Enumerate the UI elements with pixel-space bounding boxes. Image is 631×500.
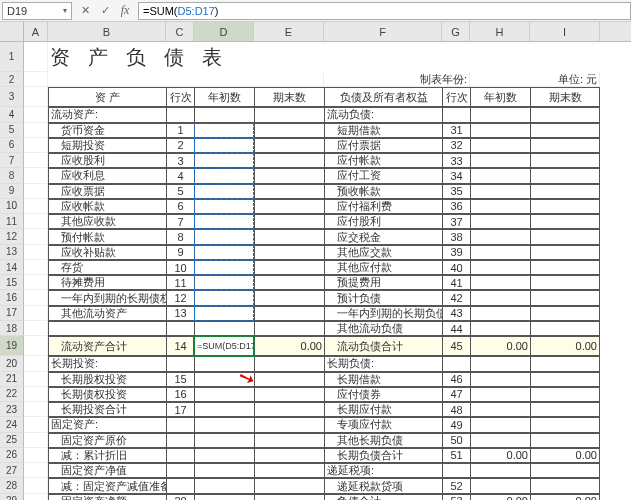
column-header-E[interactable]: E	[254, 22, 324, 41]
column-header-F[interactable]: F	[324, 22, 442, 41]
cell-A26[interactable]	[24, 448, 48, 463]
cell-E9[interactable]	[254, 184, 324, 199]
cell-C19[interactable]: 14	[166, 336, 194, 356]
name-box[interactable]: D19 ▾	[2, 2, 72, 20]
cell-C17[interactable]: 13	[166, 306, 194, 321]
cell-H27[interactable]	[470, 463, 530, 478]
cell-H18[interactable]	[470, 321, 530, 336]
cell-B4[interactable]: 流动资产:	[48, 107, 166, 122]
cell-H19[interactable]: 0.00	[470, 336, 530, 356]
cell-E25[interactable]	[254, 433, 324, 448]
cell-E27[interactable]	[254, 463, 324, 478]
row-header-17[interactable]: 17	[0, 306, 24, 321]
cell-A3[interactable]	[24, 87, 48, 107]
cell-E7[interactable]	[254, 153, 324, 168]
cell-G19[interactable]: 45	[442, 336, 470, 356]
column-header-I[interactable]: I	[530, 22, 600, 41]
row-header-6[interactable]: 6	[0, 138, 24, 153]
cell-D4[interactable]	[194, 107, 254, 122]
cell-F22[interactable]: 应付债券	[324, 387, 442, 402]
cell-F10[interactable]: 应付福利费	[324, 199, 442, 214]
cell-C6[interactable]: 2	[166, 138, 194, 153]
cell-G25[interactable]: 50	[442, 433, 470, 448]
cell-B18[interactable]	[48, 321, 166, 336]
cell-B15[interactable]: 待摊费用	[48, 275, 166, 290]
cell-H15[interactable]	[470, 275, 530, 290]
row-header-24[interactable]: 24	[0, 417, 24, 432]
cell-H26[interactable]: 0.00	[470, 448, 530, 463]
cell-E18[interactable]	[254, 321, 324, 336]
cell-C23[interactable]: 17	[166, 402, 194, 417]
cell-A11[interactable]	[24, 214, 48, 229]
cell-B7[interactable]: 应收股利	[48, 153, 166, 168]
cell-G13[interactable]: 39	[442, 245, 470, 260]
cell-G10[interactable]: 36	[442, 199, 470, 214]
cell-F23[interactable]: 长期应付款	[324, 402, 442, 417]
cell-B26[interactable]: 减：累计折旧	[48, 448, 166, 463]
cell-A4[interactable]	[24, 107, 48, 122]
row-header-4[interactable]: 4	[0, 107, 24, 122]
cell-H28[interactable]	[470, 478, 530, 493]
row-header-13[interactable]: 13	[0, 245, 24, 260]
column-header-H[interactable]: H	[470, 22, 530, 41]
cell-H22[interactable]	[470, 387, 530, 402]
sheet-title[interactable]: 资产负债表	[48, 42, 631, 72]
cell-E10[interactable]	[254, 199, 324, 214]
cell-B19[interactable]: 流动资产合计	[48, 336, 166, 356]
cell-A27[interactable]	[24, 463, 48, 478]
cell-H10[interactable]	[470, 199, 530, 214]
cell-I16[interactable]	[530, 290, 600, 305]
cell-C3[interactable]: 行次	[166, 87, 194, 107]
cell-I14[interactable]	[530, 260, 600, 275]
cell-C27[interactable]	[166, 463, 194, 478]
cell-H4[interactable]	[470, 107, 530, 122]
cell-E11[interactable]	[254, 214, 324, 229]
cell-I15[interactable]	[530, 275, 600, 290]
cell-H23[interactable]	[470, 402, 530, 417]
row-header-23[interactable]: 23	[0, 402, 24, 417]
cell-C12[interactable]: 8	[166, 229, 194, 244]
cell-D23[interactable]	[194, 402, 254, 417]
cell-B23[interactable]: 长期投资合计	[48, 402, 166, 417]
cell-I17[interactable]	[530, 306, 600, 321]
cell-D6[interactable]	[194, 138, 254, 153]
cell-G23[interactable]: 48	[442, 402, 470, 417]
cell-B28[interactable]: 减：固定资产减值准备	[48, 478, 166, 493]
cell-I5[interactable]	[530, 123, 600, 138]
cell-I4[interactable]	[530, 107, 600, 122]
cell-C13[interactable]: 9	[166, 245, 194, 260]
cell-D3[interactable]: 年初数	[194, 87, 254, 107]
cell-I10[interactable]	[530, 199, 600, 214]
cell-D12[interactable]	[194, 229, 254, 244]
cell-G28[interactable]: 52	[442, 478, 470, 493]
cell-D19[interactable]: =SUM(D5:D17)	[194, 336, 254, 356]
cell-E4[interactable]	[254, 107, 324, 122]
cell-A10[interactable]	[24, 199, 48, 214]
cell-B2[interactable]	[48, 72, 324, 87]
cell-E5[interactable]	[254, 123, 324, 138]
cell-E8[interactable]	[254, 168, 324, 183]
row-header-5[interactable]: 5	[0, 123, 24, 138]
spreadsheet-grid[interactable]: ABCDEFGHI 1资产负债表2制表年份:单位: 元3资 产行次年初数期末数负…	[0, 22, 631, 500]
cell-E20[interactable]	[254, 356, 324, 371]
cell-B13[interactable]: 应收补贴款	[48, 245, 166, 260]
cell-A1[interactable]	[24, 42, 48, 72]
cell-F8[interactable]: 应付工资	[324, 168, 442, 183]
row-header-14[interactable]: 14	[0, 260, 24, 275]
row-header-12[interactable]: 12	[0, 229, 24, 244]
cell-A7[interactable]	[24, 153, 48, 168]
row-header-16[interactable]: 16	[0, 290, 24, 305]
cell-A6[interactable]	[24, 138, 48, 153]
cell-D29[interactable]	[194, 494, 254, 500]
cell-A2[interactable]	[24, 72, 48, 87]
cell-D10[interactable]	[194, 199, 254, 214]
cell-H16[interactable]	[470, 290, 530, 305]
cell-G15[interactable]: 41	[442, 275, 470, 290]
cell-G9[interactable]: 35	[442, 184, 470, 199]
cell-H21[interactable]	[470, 372, 530, 387]
cell-B25[interactable]: 固定资产原价	[48, 433, 166, 448]
cell-F24[interactable]: 专项应付款	[324, 417, 442, 432]
cell-H17[interactable]	[470, 306, 530, 321]
cell-G18[interactable]: 44	[442, 321, 470, 336]
cell-H7[interactable]	[470, 153, 530, 168]
